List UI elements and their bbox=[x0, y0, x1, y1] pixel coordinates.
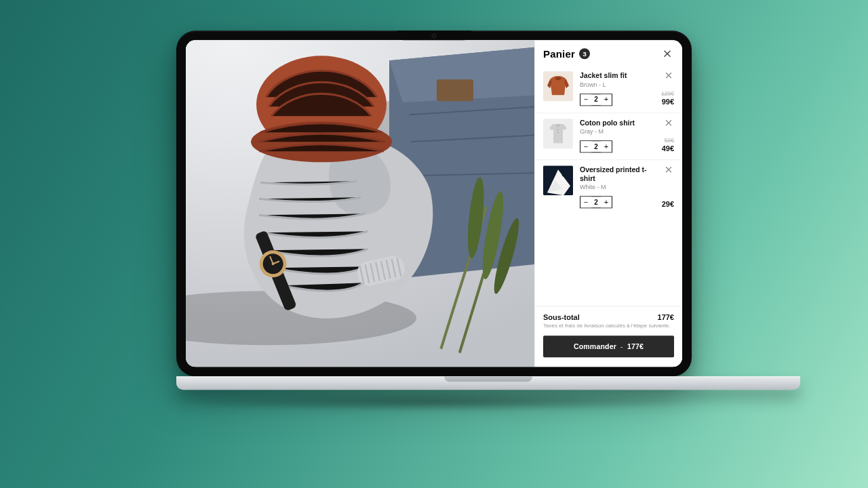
item-compare-price: 59€ bbox=[665, 137, 674, 144]
laptop-mockup: Panier 3 bbox=[176, 30, 692, 411]
remove-item-button[interactable] bbox=[665, 71, 674, 81]
svg-point-34 bbox=[557, 129, 559, 130]
subtotal-amount: 177€ bbox=[658, 313, 674, 321]
cart-count-badge: 3 bbox=[579, 48, 590, 59]
quantity-stepper[interactable]: − 2 + bbox=[580, 140, 612, 152]
svg-rect-30 bbox=[555, 77, 561, 80]
item-compare-price: 129€ bbox=[661, 90, 674, 97]
item-variant: Gray - M bbox=[580, 128, 655, 135]
item-price: 29€ bbox=[662, 201, 674, 209]
item-name: Oversized printed t-shirt bbox=[580, 165, 655, 182]
cart-footer: Sous-total 177€ Taxes et frais de livrai… bbox=[535, 306, 682, 367]
laptop-base bbox=[176, 376, 800, 390]
checkout-button[interactable]: Commander - 177€ bbox=[543, 336, 674, 357]
checkout-amount: 177€ bbox=[627, 342, 644, 350]
remove-item-button[interactable] bbox=[665, 119, 674, 128]
item-price: 49€ bbox=[662, 144, 674, 152]
item-thumbnail bbox=[543, 119, 573, 148]
cart-item: Coton polo shirt Gray - M − 2 + bbox=[535, 113, 682, 160]
cart-header: Panier 3 bbox=[535, 40, 682, 66]
qty-decrease-button[interactable]: − bbox=[580, 94, 591, 105]
laptop-bezel: Panier 3 bbox=[176, 30, 692, 376]
qty-value: 2 bbox=[591, 143, 601, 150]
qty-increase-button[interactable]: + bbox=[601, 141, 612, 152]
illustration-beanie bbox=[251, 56, 392, 162]
laptop-shadow bbox=[176, 392, 692, 411]
cart-panel: Panier 3 bbox=[534, 40, 682, 367]
camera-dot bbox=[433, 34, 436, 37]
item-thumbnail bbox=[543, 165, 573, 195]
cart-item: Oversized printed t-shirt White - M − 2 … bbox=[535, 159, 682, 215]
item-name: Jacket slim fit bbox=[580, 71, 654, 80]
close-button[interactable] bbox=[660, 47, 674, 60]
checkout-label: Commander bbox=[574, 342, 616, 350]
qty-increase-button[interactable]: + bbox=[601, 197, 612, 208]
tax-note: Taxes et frais de livraison calculés à l… bbox=[543, 323, 674, 329]
close-icon bbox=[663, 49, 672, 58]
cart-items: Jacket slim fit Brown - L − 2 + bbox=[535, 66, 682, 306]
hero-image bbox=[186, 40, 534, 367]
qty-decrease-button[interactable]: − bbox=[580, 197, 591, 208]
cart-item: Jacket slim fit Brown - L − 2 + bbox=[535, 66, 682, 113]
qty-decrease-button[interactable]: − bbox=[580, 141, 591, 152]
svg-point-35 bbox=[557, 131, 559, 133]
cart-title: Panier bbox=[543, 48, 575, 60]
svg-rect-2 bbox=[437, 79, 473, 101]
close-icon bbox=[665, 71, 673, 79]
quantity-stepper[interactable]: − 2 + bbox=[580, 94, 612, 106]
item-variant: White - M bbox=[580, 184, 655, 191]
quantity-stepper[interactable]: − 2 + bbox=[580, 197, 612, 209]
qty-increase-button[interactable]: + bbox=[601, 94, 612, 105]
separator: - bbox=[620, 342, 623, 350]
item-variant: Brown - L bbox=[580, 81, 654, 88]
remove-item-button[interactable] bbox=[665, 165, 674, 175]
svg-point-39 bbox=[562, 174, 565, 176]
item-thumbnail bbox=[543, 71, 573, 101]
qty-value: 2 bbox=[591, 199, 601, 206]
qty-value: 2 bbox=[591, 96, 601, 103]
close-icon bbox=[665, 165, 673, 174]
item-price: 99€ bbox=[662, 98, 674, 106]
close-icon bbox=[665, 119, 673, 127]
subtotal-label: Sous-total bbox=[543, 313, 580, 321]
item-name: Coton polo shirt bbox=[580, 119, 655, 127]
screen: Panier 3 bbox=[186, 40, 682, 367]
